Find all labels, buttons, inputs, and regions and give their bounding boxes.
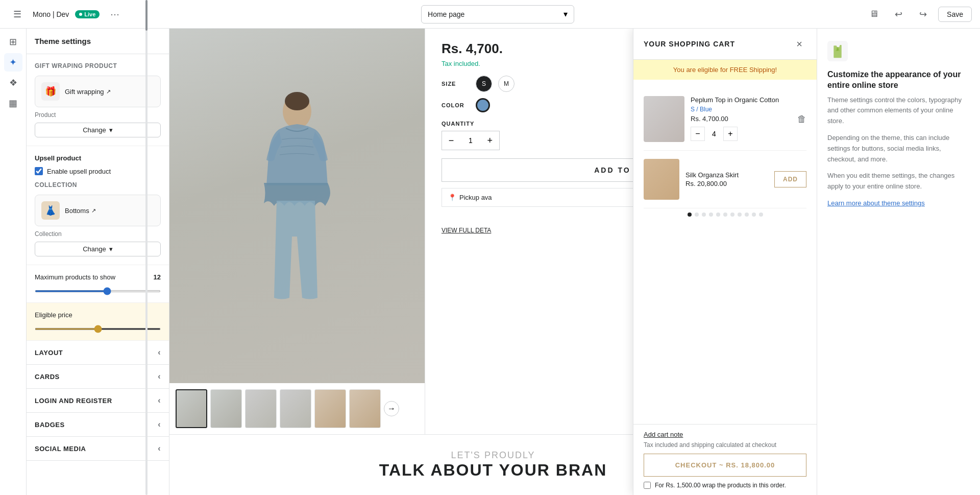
cart-item-qty-row: − 4 +: [691, 127, 791, 141]
eligible-price-slider[interactable]: [35, 328, 161, 330]
page-selector-text: Home page: [428, 10, 559, 18]
save-button[interactable]: Save: [938, 7, 972, 22]
bottoms-collection-card: 👗 Bottoms ↗: [35, 195, 161, 226]
sidebar-home-icon[interactable]: ⊞: [4, 33, 22, 51]
cart-close-button[interactable]: ×: [792, 37, 806, 51]
redo-icon[interactable]: ↪: [914, 5, 932, 23]
upsell-product-name: Silk Organza Skirt: [685, 171, 768, 179]
cart-item-quantity: 4: [709, 130, 719, 138]
upsell-add-button[interactable]: ADD: [774, 171, 806, 187]
cart-footer: Add cart note Tax included and shipping …: [633, 424, 817, 495]
qty-increase-btn[interactable]: +: [481, 131, 499, 150]
max-products-slider[interactable]: [35, 290, 161, 292]
product-image-area: →: [169, 29, 425, 434]
topbar-left: ☰ Mono | Dev Live ⋯: [8, 5, 131, 23]
upsell-checkbox[interactable]: [35, 167, 43, 175]
cart-item-details: Peplum Top in Organic Cotton S / Blue Rs…: [691, 96, 791, 142]
sidebar-blocks-icon[interactable]: ❖: [4, 74, 22, 92]
dot-3[interactable]: [702, 213, 706, 217]
eligible-price-label-row: Eligible price: [35, 311, 161, 319]
nav-arrow-icon: ‹: [158, 396, 161, 405]
gift-wrap-name: Gift wrapping ↗: [65, 88, 111, 96]
nav-arrow-icon: ‹: [158, 420, 161, 429]
dot-7[interactable]: [730, 213, 734, 217]
live-badge: Live: [75, 10, 100, 18]
nav-arrow-icon: ‹: [158, 348, 161, 357]
thumbnail-4[interactable]: [280, 389, 311, 428]
page-selector[interactable]: Home page ▾: [421, 5, 574, 23]
info-desc-2: Depending on the theme, this can include…: [827, 133, 970, 164]
size-s-btn[interactable]: S: [476, 76, 492, 92]
cart-delete-button[interactable]: 🗑: [797, 96, 806, 142]
info-desc-3: When you edit theme settings, the change…: [827, 171, 970, 192]
next-thumbnail-btn[interactable]: →: [384, 401, 399, 416]
dot-2[interactable]: [695, 213, 699, 217]
upsell-checkbox-row: Enable upsell product: [35, 167, 161, 175]
max-products-label-row: Maximum products to show 12: [35, 273, 161, 281]
cart-item-name: Peplum Top in Organic Cotton: [691, 96, 791, 104]
dot-4[interactable]: [709, 213, 713, 217]
tax-shipping-note: Tax included and shipping calculated at …: [644, 441, 806, 449]
sidebar-theme-icon[interactable]: ✦: [4, 53, 22, 72]
sidebar-apps-icon[interactable]: ▦: [4, 94, 22, 112]
info-desc-1: Theme settings control the colors, typog…: [827, 95, 970, 127]
max-products-value: 12: [154, 273, 161, 281]
chevron-down-icon: ▾: [109, 245, 113, 253]
bottoms-name: Bottoms ↗: [65, 207, 96, 215]
collection-sublabel: Collection: [35, 230, 161, 238]
dot-6[interactable]: [723, 213, 727, 217]
dot-11[interactable]: [759, 213, 763, 217]
max-products-label: Maximum products to show: [35, 273, 115, 281]
dot-1[interactable]: [688, 213, 692, 217]
cart-item-variant: S / Blue: [691, 106, 791, 113]
upsell-product-price: Rs. 20,800.00: [685, 180, 768, 187]
cart-items-area: Peplum Top in Organic Cotton S / Blue Rs…: [633, 80, 817, 424]
thumbnail-2[interactable]: [210, 389, 242, 428]
cart-qty-decrease[interactable]: −: [691, 127, 705, 141]
add-cart-note-link[interactable]: Add cart note: [644, 431, 806, 438]
chevron-down-icon: ▾: [564, 9, 568, 19]
app-title: Mono | Dev: [33, 10, 69, 18]
dot-9[interactable]: [745, 213, 749, 217]
thumbnail-6[interactable]: [349, 389, 381, 428]
checkout-button[interactable]: CHECKOUT ~ RS. 18,800.00: [644, 454, 806, 477]
gift-wrap-icon: 🎁: [41, 82, 60, 101]
more-options-icon[interactable]: ⋯: [106, 5, 124, 23]
gift-wrap-row: For Rs. 1,500.00 wrap the products in th…: [644, 482, 806, 489]
scroll-indicator: [144, 29, 149, 495]
cart-item-price: Rs. 4,700.00: [691, 115, 791, 123]
device-icon[interactable]: 🖥: [865, 5, 883, 23]
collection-label: Collection: [35, 181, 161, 188]
menu-icon[interactable]: ☰: [8, 5, 27, 23]
nav-arrow-icon: ‹: [158, 444, 161, 453]
collection-change-button[interactable]: Change ▾: [35, 242, 161, 256]
gift-wrap-checkbox[interactable]: [644, 482, 651, 489]
preview-inner: → Rs. 4,700. Tax included. SIZE S M: [169, 29, 817, 495]
cart-item-image: [644, 96, 684, 142]
dress-figure-svg: [241, 83, 353, 328]
quantity-value: 1: [460, 136, 481, 145]
upsell-checkbox-label: Enable upsell product: [47, 168, 111, 175]
upsell-product-row: Silk Organza Skirt Rs. 20,800.00 ADD: [644, 151, 806, 208]
free-shipping-banner: You are eligible for FREE Shipping!: [633, 60, 817, 80]
info-logo: [827, 41, 970, 61]
nav-arrow-icon: ‹: [158, 372, 161, 381]
dot-10[interactable]: [752, 213, 756, 217]
bottoms-icon: 👗: [41, 201, 60, 220]
gift-change-button[interactable]: Change ▾: [35, 123, 161, 137]
dot-5[interactable]: [716, 213, 720, 217]
cart-qty-increase[interactable]: +: [723, 127, 738, 141]
thumbnail-1[interactable]: [176, 389, 207, 428]
main-product-image: [169, 29, 425, 383]
thumbnail-3[interactable]: [245, 389, 277, 428]
dot-8[interactable]: [738, 213, 742, 217]
size-m-btn[interactable]: M: [498, 76, 514, 92]
upsell-title: Upsell product: [35, 154, 161, 162]
thumbnail-5[interactable]: [314, 389, 346, 428]
learn-more-link[interactable]: Learn more about theme settings: [827, 199, 925, 207]
qty-decrease-btn[interactable]: −: [442, 131, 460, 150]
gift-wrap-product-card: 🎁 Gift wrapping ↗: [35, 76, 161, 107]
undo-icon[interactable]: ↩: [889, 5, 908, 23]
gift-wrap-label: For Rs. 1,500.00 wrap the products in th…: [655, 482, 786, 489]
color-swatch[interactable]: [476, 98, 490, 112]
